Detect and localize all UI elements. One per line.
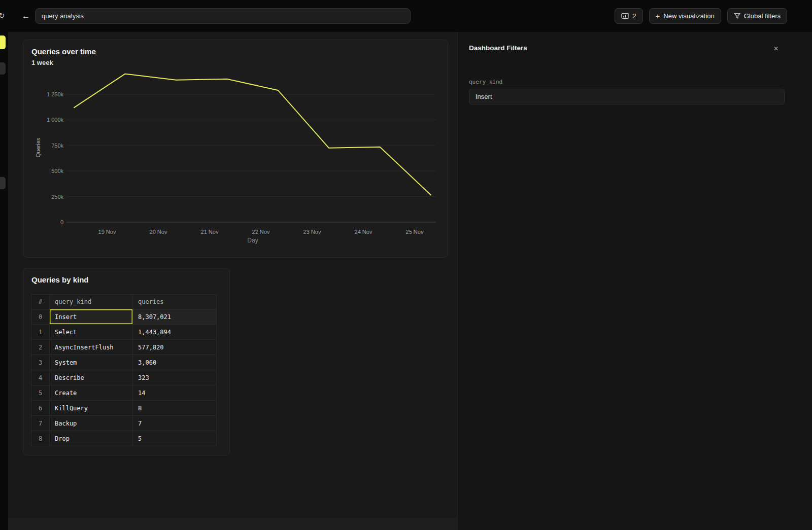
table-row: 7Backup7 [31, 416, 217, 431]
column-header-queries[interactable]: queries [133, 295, 217, 309]
x-axis-title: Day [247, 237, 258, 244]
sidebar-item[interactable] [0, 62, 6, 75]
y-tick-label: 500k [51, 168, 63, 174]
row-index-cell: 8 [31, 431, 50, 446]
y-tick-label: 1 000k [47, 117, 64, 123]
chart-card-queries-over-time: Queries over time 1 week 0250k500k750k1 … [23, 40, 448, 258]
table-row: 5Create14 [31, 385, 217, 401]
dashboard-title-input[interactable] [35, 8, 411, 24]
global-filters-button[interactable]: Global filters [727, 8, 787, 24]
filter-field-label: query_kind [469, 79, 502, 85]
table-row: 6KillQuery8 [31, 401, 217, 416]
sidebar-item[interactable] [0, 177, 6, 189]
queries-count-cell[interactable]: 1,443,894 [133, 325, 217, 340]
filter-query-kind-input[interactable] [469, 89, 785, 104]
x-tick-label: 25 Nov [406, 229, 424, 235]
new-visualization-label: New visualization [663, 12, 714, 20]
line-chart: 0250k500k750k1 000k1 250k19 Nov20 Nov21 … [23, 40, 449, 258]
row-index-cell: 5 [31, 385, 50, 401]
row-index-cell: 0 [31, 309, 50, 325]
y-tick-label: 250k [51, 194, 63, 200]
queries-count-cell[interactable]: 8 [133, 401, 217, 416]
queries-count-cell[interactable]: 5 [133, 431, 217, 446]
table-row: 2AsyncInsertFlush577,820 [31, 340, 217, 355]
table-row: 1Select1,443,894 [31, 325, 217, 340]
query-kind-cell[interactable]: KillQuery [50, 401, 133, 416]
x-tick-label: 23 Nov [303, 229, 321, 235]
table-row: 8Drop5 [31, 431, 217, 446]
table-row: 4Describe323 [31, 370, 217, 385]
y-tick-label: 0 [60, 219, 63, 225]
query-kind-cell[interactable]: Create [50, 385, 133, 401]
x-tick-label: 20 Nov [150, 229, 167, 235]
queries-count-cell[interactable]: 577,820 [133, 340, 217, 355]
query-kind-cell[interactable]: Describe [50, 370, 133, 385]
new-visualization-button[interactable]: + New visualization [649, 8, 721, 24]
global-filters-label: Global filters [744, 12, 781, 20]
table-row: 3System3,060 [31, 355, 217, 370]
table-header-row: # query_kind queries [31, 295, 217, 309]
horizontal-scrollbar-track[interactable] [8, 518, 457, 530]
x-tick-label: 22 Nov [252, 229, 270, 235]
query-kind-cell[interactable]: Drop [50, 431, 133, 446]
query-kind-cell[interactable]: Insert [50, 309, 133, 325]
table-title: Queries by kind [31, 275, 89, 284]
x-tick-label: 24 Nov [355, 229, 373, 235]
column-header-query-kind[interactable]: query_kind [50, 295, 133, 309]
query-kind-cell[interactable]: AsyncInsertFlush [50, 340, 133, 355]
query-kind-cell[interactable]: Backup [50, 416, 133, 431]
queries-count-cell[interactable]: 14 [133, 385, 217, 401]
y-tick-label: 1 250k [47, 91, 64, 97]
table-row: 0Insert8,307,021 [31, 309, 217, 325]
filters-panel-title: Dashboard Filters [469, 44, 527, 52]
x-tick-label: 19 Nov [98, 229, 116, 235]
refresh-icon[interactable]: ↻ [0, 11, 5, 20]
query-kind-cell[interactable]: System [50, 355, 133, 370]
queries-count-cell[interactable]: 7 [133, 416, 217, 431]
query-kind-cell[interactable]: Select [50, 325, 133, 340]
content-area: Queries over time 1 week 0250k500k750k1 … [8, 32, 812, 530]
visualization-count: 2 [632, 12, 636, 20]
y-tick-label: 750k [51, 143, 63, 149]
app-root: ↻ ← 2 + New visualization [0, 0, 812, 530]
row-index-cell: 1 [31, 325, 50, 340]
y-axis-title: Queries [35, 137, 41, 157]
row-index-cell: 6 [31, 401, 50, 416]
column-header-index[interactable]: # [31, 295, 50, 309]
queries-count-cell[interactable]: 323 [133, 370, 217, 385]
x-tick-label: 21 Nov [201, 229, 219, 235]
table-card-queries-by-kind: Queries by kind # query_kind queries 0In… [23, 268, 230, 455]
queries-count-cell[interactable]: 8,307,021 [133, 309, 217, 325]
queries-by-kind-table: # query_kind queries 0Insert8,307,0211Se… [31, 294, 217, 446]
visualization-count-button[interactable]: 2 [615, 8, 642, 24]
row-index-cell: 3 [31, 355, 50, 370]
topbar: ← 2 + New visualization [8, 0, 812, 32]
plus-icon: + [656, 12, 660, 20]
row-index-cell: 2 [31, 340, 50, 355]
queries-count-cell[interactable]: 3,060 [133, 355, 217, 370]
left-sidebar: ↻ [0, 0, 8, 530]
back-button[interactable]: ← [20, 10, 31, 22]
filter-funnel-icon [734, 13, 740, 19]
visualizations-icon [621, 13, 629, 19]
series-line [74, 74, 431, 195]
row-index-cell: 7 [31, 416, 50, 431]
row-index-cell: 4 [31, 370, 50, 385]
close-icon[interactable]: ✕ [770, 43, 782, 54]
dashboard-filters-panel: Dashboard Filters ✕ query_kind [457, 32, 812, 530]
topbar-actions: 2 + New visualization Global filters [615, 8, 787, 24]
dashboard-canvas: Queries over time 1 week 0250k500k750k1 … [8, 32, 457, 530]
active-dashboard-indicator[interactable] [0, 36, 6, 49]
